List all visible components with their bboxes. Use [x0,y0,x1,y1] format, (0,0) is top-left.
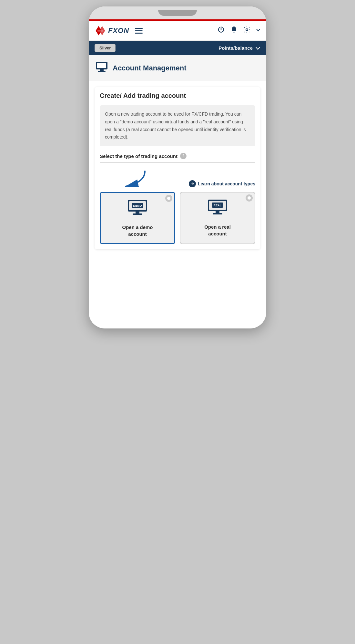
svg-text:DEMO: DEMO [133,204,142,207]
bell-icon[interactable] [230,26,238,36]
info-text: Open a new trading account to be used fo… [105,110,250,141]
phone-top [89,6,266,19]
real-radio [246,194,253,202]
gear-icon[interactable] [243,26,251,36]
create-account-card: Create/ Add trading account Open a new t… [95,87,260,249]
points-balance-button[interactable]: Points/balance [218,45,260,51]
silver-badge[interactable]: Silver [95,44,116,52]
card-title: Create/ Add trading account [100,92,255,99]
navbar-right [217,26,260,36]
svg-rect-20 [216,211,219,213]
demo-radio [165,195,172,202]
info-box: Open a new trading account to be used fo… [100,105,255,146]
navbar-chevron-icon[interactable] [256,28,260,34]
navbar: FXON [89,21,266,41]
svg-rect-5 [97,63,106,68]
section-label: Select the type of trading account ? [100,153,255,159]
hamburger-button[interactable] [134,27,144,35]
svg-rect-14 [136,212,139,213]
svg-rect-2 [97,30,103,31]
account-management-icon [95,61,108,75]
learn-link-arrow-icon [189,180,196,187]
real-monitor-icon: REAL [206,198,229,218]
power-icon[interactable] [217,26,225,36]
arrow-learn-row: Learn about account types [100,168,255,187]
demo-monitor-icon: DEMO [126,199,149,218]
svg-rect-7 [98,71,106,72]
learn-link-button[interactable]: Learn about account types [189,180,255,187]
arrow-icon [119,170,151,187]
svg-rect-21 [213,213,222,214]
phone-notch [158,10,197,16]
divider [100,162,255,163]
logo-text: FXON [108,26,129,35]
points-balance-label: Points/balance [218,45,253,51]
points-chevron-icon [255,46,260,51]
svg-rect-15 [133,213,142,215]
points-bar: Silver Points/balance [89,41,266,55]
demo-card-label: Open a demoaccount [122,224,153,237]
real-account-card[interactable]: REAL Open a realaccount [180,192,255,244]
svg-rect-6 [100,69,104,71]
phone-frame: FXON [89,6,266,328]
real-card-label: Open a realaccount [204,223,231,237]
page-title-section: Account Management [89,55,266,81]
demo-icon-wrap: DEMO [126,199,149,219]
page-title: Account Management [113,64,187,72]
learn-link-text: Learn about account types [198,181,255,186]
account-type-cards: DEMO Open a demoaccount [100,192,255,244]
navbar-left: FXON [95,25,144,36]
section-label-text: Select the type of trading account [100,153,178,159]
svg-point-3 [246,29,248,31]
real-icon-wrap: REAL [206,198,229,219]
help-icon[interactable]: ? [180,153,187,159]
demo-account-card[interactable]: DEMO Open a demoaccount [100,192,175,244]
logo-icon [95,25,106,36]
main-content: Create/ Add trading account Open a new t… [89,81,266,255]
svg-text:REAL: REAL [214,204,222,207]
logo: FXON [95,25,129,36]
